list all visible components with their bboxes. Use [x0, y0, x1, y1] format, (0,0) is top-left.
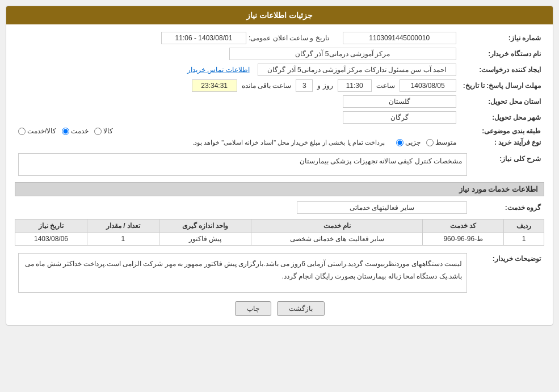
buttons-row: بازگشت چاپ: [15, 301, 544, 316]
category-khadamat-label: خدمت: [71, 127, 89, 135]
category-kala-khadamat-radio[interactable]: [18, 128, 26, 135]
category-label: طبقه بندی موضوعی:: [460, 125, 544, 137]
send-remaining-value: 23:34:31: [192, 79, 237, 92]
announce-value: 1403/08/01 - 11:06: [161, 32, 246, 44]
announce-label: تاریخ و ساعت اعلان عمومی:: [249, 34, 329, 42]
category-kala-khadamat-label: کالا/خدمت: [27, 127, 56, 135]
cell-code: ط-96-96-960: [423, 233, 504, 246]
city-label: شهر محل تحویل:: [460, 109, 544, 125]
need-desc-label: شرح کلی نیاز:: [470, 151, 544, 178]
cell-row: 1: [504, 233, 544, 246]
category-kala-label: کالا: [103, 127, 113, 135]
send-remaining-label: ساعت باقی مانده: [242, 82, 292, 90]
send-days-value: 3: [296, 79, 313, 92]
services-table: ردیف کد خدمت نام خدمت واحد اندازه گیری ت…: [15, 219, 544, 246]
cell-date: 1403/08/06: [15, 233, 87, 246]
send-deadline-label: مهلت ارسال پاسخ: تا تاریخ:: [460, 78, 544, 94]
process-motavasset-radio[interactable]: [426, 139, 434, 146]
process-note: پرداخت تمام یا بخشی از مبلغ خریداز محل "…: [192, 139, 385, 146]
need-desc-value: مشخصات کنترل کیفی سالانه تجهیزات پزشکی ب…: [18, 153, 467, 176]
send-time-value: 11:30: [338, 79, 372, 92]
buyer-notes-value: لیست دستگاههای موردنظربیوست گردید.راستی …: [18, 253, 467, 293]
creator-label: ایجاد کننده درخواست:: [460, 62, 544, 78]
buyer-org-value: مرکز آموزشی درمانی5 آذر گرگان: [229, 48, 456, 60]
process-motavasset-label: متوسط: [435, 138, 456, 146]
category-kala-khadamat-option[interactable]: کالا/خدمت: [18, 127, 56, 135]
col-row: ردیف: [504, 220, 544, 233]
col-date: تاریخ نیاز: [15, 220, 87, 233]
services-section-title: اطلاعات خدمات مورد نیاز: [15, 182, 544, 196]
cell-unit: پیش فاکتور: [159, 233, 251, 246]
print-button[interactable]: چاپ: [235, 301, 271, 316]
contact-link[interactable]: اطلاعات تماس خریدار: [187, 66, 250, 74]
service-group-label: گروه خدمت:: [470, 200, 544, 216]
category-khadamat-option[interactable]: خدمت: [62, 127, 89, 135]
need-number-value: 1103091445000010: [343, 32, 456, 44]
col-code: کد خدمت: [423, 220, 504, 233]
process-motavasset-option[interactable]: متوسط: [426, 138, 456, 146]
cell-name: سایر فعالیت های خدماتی شخصی: [251, 233, 423, 246]
col-unit: واحد اندازه گیری: [159, 220, 251, 233]
cell-count: 1: [87, 233, 159, 246]
province-value: گلستان: [343, 95, 456, 108]
need-number-label: شماره نیاز:: [460, 30, 544, 46]
process-label: نوع فرآیند خرید :: [460, 137, 544, 148]
buyer-org-label: نام دستگاه خریدار:: [460, 46, 544, 62]
service-group-value: سایر فعالیتهای خدماتی: [297, 201, 467, 214]
back-button[interactable]: بازگشت: [277, 301, 325, 316]
category-kala-radio[interactable]: [94, 128, 102, 135]
col-count: تعداد / مقدار: [87, 220, 159, 233]
send-date-value: 1403/08/05: [400, 79, 456, 92]
process-jozi-label: جزیی: [405, 138, 421, 146]
category-kala-option[interactable]: کالا: [94, 127, 113, 135]
category-khadamat-radio[interactable]: [62, 128, 69, 135]
process-jozi-radio[interactable]: [396, 139, 404, 146]
page-title: جزئیات اطلاعات نیاز: [6, 6, 553, 24]
send-days-label: روز و: [317, 82, 333, 90]
send-time-label: ساعت: [376, 82, 395, 90]
province-label: استان محل تحویل:: [460, 94, 544, 109]
city-value: گرگان: [343, 111, 456, 124]
process-jozi-option[interactable]: جزیی: [396, 138, 421, 146]
col-name: نام خدمت: [251, 220, 423, 233]
buyer-notes-label: توضیحات خریدار:: [470, 251, 544, 294]
table-row: 1ط-96-96-960سایر فعالیت های خدماتی شخصیپ…: [15, 233, 544, 246]
creator-value: احمد آب سن مسئول تدارکات مرکز آموزشی درم…: [258, 64, 456, 76]
